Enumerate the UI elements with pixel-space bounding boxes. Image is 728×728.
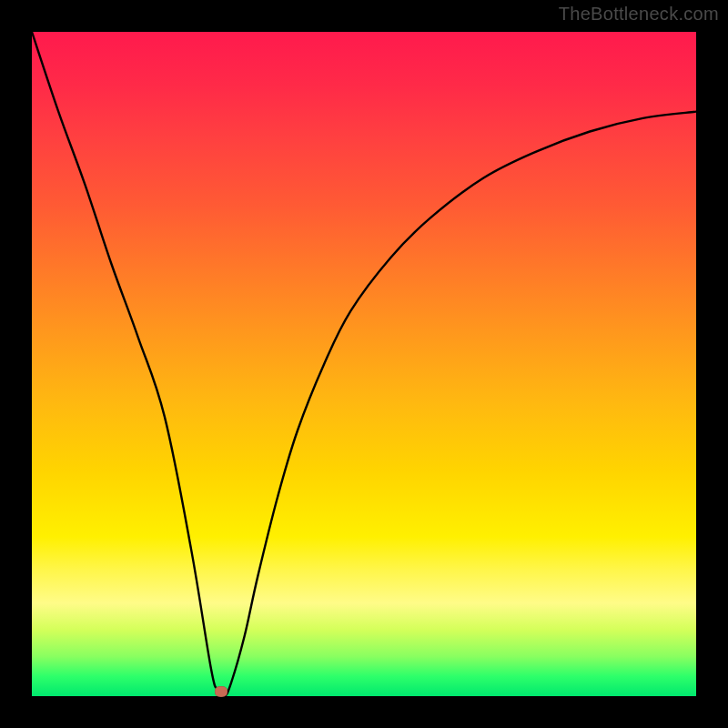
optimum-marker <box>215 686 228 697</box>
watermark-text: TheBottleneck.com <box>559 4 719 25</box>
chart-frame: TheBottleneck.com <box>0 0 728 728</box>
bottleneck-curve <box>32 32 696 696</box>
plot-area <box>32 32 696 696</box>
